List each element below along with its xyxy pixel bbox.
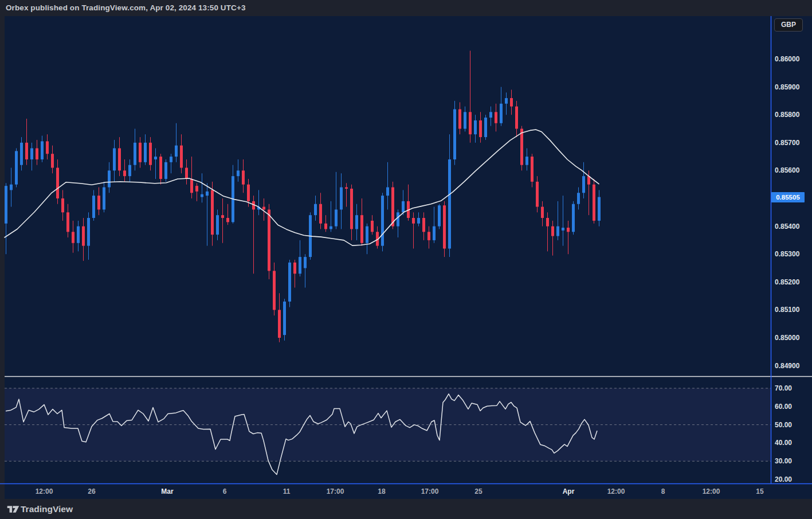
candle-up <box>335 209 338 226</box>
candle-down <box>190 179 193 193</box>
candle-up <box>505 98 508 104</box>
price-axis-label: 0.85600 <box>775 166 799 175</box>
candle-up <box>484 118 487 137</box>
time-axis-label: 17:00 <box>327 487 344 496</box>
candle-up <box>329 227 332 229</box>
price-axis-label: 0.85800 <box>775 110 799 119</box>
candle-up <box>525 157 528 165</box>
time-axis-label: 15 <box>756 487 763 496</box>
candle-up <box>304 257 307 268</box>
candle-down <box>551 227 554 236</box>
currency-toggle-gbp[interactable]: GBP <box>774 18 803 32</box>
price-axis-label: 0.86000 <box>775 54 799 64</box>
candle-up <box>170 157 172 162</box>
candle-up <box>283 302 286 335</box>
candle-down <box>221 215 224 218</box>
price-axis-label: 0.85100 <box>775 305 799 314</box>
candle-up <box>453 109 456 159</box>
rsi-axis-label: 70.00 <box>775 384 792 393</box>
candle-down <box>443 205 446 248</box>
time-axis-label: 12:00 <box>703 487 720 496</box>
candle-down <box>515 107 518 129</box>
candle-down <box>118 149 121 171</box>
candle-down <box>427 232 430 240</box>
candle-down <box>139 143 142 162</box>
candle-up <box>438 205 441 226</box>
price-axis-label: 0.85000 <box>775 333 799 342</box>
candle-down <box>293 263 296 274</box>
candle-up <box>474 120 477 134</box>
rsi-axis-label: 20.00 <box>775 475 792 484</box>
candle-up <box>340 188 343 210</box>
time-axis-label: 12:00 <box>607 487 625 496</box>
price-axis-label: 0.85300 <box>775 249 799 259</box>
candle-down <box>211 190 214 235</box>
candle-up <box>288 263 291 302</box>
candle-down <box>593 185 595 221</box>
candle-up <box>108 170 111 187</box>
candle-up <box>41 141 44 159</box>
candle-up <box>201 194 203 197</box>
candle-up <box>299 257 301 274</box>
candle-up <box>500 104 503 123</box>
candle-down <box>159 157 162 179</box>
candle-up <box>397 212 399 226</box>
candle-down <box>185 168 188 179</box>
candle-up <box>154 157 157 159</box>
candle-down <box>25 143 28 159</box>
candle-down <box>273 271 276 310</box>
candle-down <box>360 215 363 243</box>
candle-down <box>72 232 74 243</box>
candle-up <box>5 186 7 224</box>
candle-up <box>366 227 368 243</box>
candle-down <box>82 227 85 246</box>
candle-down <box>391 188 394 227</box>
candle-up <box>164 162 167 179</box>
candle-up <box>464 112 466 128</box>
candle-up <box>572 204 575 232</box>
candle-down <box>226 218 229 222</box>
candle-down <box>371 221 374 232</box>
candle-down <box>149 143 152 165</box>
time-axis-label: 11 <box>283 487 291 496</box>
time-axis-label: 18 <box>378 487 385 496</box>
tradingview-logo-icon[interactable] <box>6 504 20 514</box>
candle-down <box>36 149 38 159</box>
candle-down <box>412 218 415 224</box>
candle-up <box>15 151 18 184</box>
candle-down <box>180 146 183 168</box>
time-axis-label: 6 <box>223 487 227 496</box>
candle-down <box>319 204 322 224</box>
rsi-axis-label: 60.00 <box>775 402 792 411</box>
candle-down <box>46 141 49 154</box>
candle-down <box>247 185 250 201</box>
candle-up <box>556 227 559 236</box>
candle-up <box>433 227 436 240</box>
candle-down <box>510 98 513 107</box>
candle-down <box>51 154 54 167</box>
tradingview-brand-link[interactable]: TradingView <box>21 503 73 516</box>
candle-down <box>350 189 353 229</box>
candle-up <box>144 143 147 162</box>
candle-down <box>567 228 570 232</box>
rsi-axis-label: 40.00 <box>775 438 792 447</box>
candle-up <box>134 143 136 165</box>
chart-canvas[interactable] <box>0 0 812 519</box>
candle-up <box>598 197 601 221</box>
tradingview-published-chart: Orbex published on TradingView.com, Apr … <box>0 0 812 519</box>
candle-up <box>87 218 90 246</box>
time-axis-label: 8 <box>661 487 665 496</box>
candle-down <box>345 188 348 189</box>
candle-down <box>536 182 539 207</box>
candle-down <box>495 112 497 123</box>
time-axis-label: 12:00 <box>36 487 53 496</box>
candle-down <box>268 209 270 271</box>
rsi-axis-label: 30.00 <box>775 456 792 466</box>
candle-down <box>56 168 59 198</box>
candle-up <box>128 165 131 176</box>
candle-up <box>206 192 209 196</box>
candle-up <box>10 185 13 190</box>
candle-down <box>479 120 482 137</box>
candle-down <box>531 157 534 182</box>
candle-up <box>448 159 451 249</box>
